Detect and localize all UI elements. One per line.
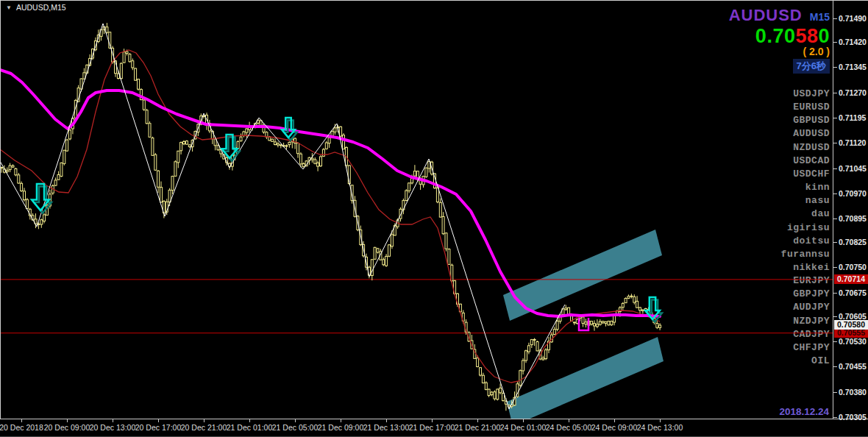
candle-body (388, 245, 391, 257)
time-tick (249, 419, 250, 422)
time-tick-label: 20 Dec 21:00 (181, 423, 227, 432)
candle-body (138, 79, 140, 90)
price-tick (833, 316, 837, 317)
title-timeframe: M15 (810, 11, 830, 23)
triangle-down-icon[interactable]: ▼ (6, 4, 12, 11)
candle-body (40, 220, 43, 224)
price-tick (833, 417, 837, 418)
candle-body (180, 143, 182, 151)
trend-channel-band[interactable] (507, 337, 664, 419)
candle-body (519, 371, 522, 386)
candle-body (599, 321, 601, 324)
time-tick (113, 419, 113, 422)
candle-body (246, 129, 248, 132)
candle-body (477, 358, 479, 367)
price-tick (833, 67, 837, 68)
chart-date-label: 2018.12.24 (779, 406, 829, 417)
candle-body (502, 394, 505, 401)
time-tick (295, 419, 296, 422)
candle-body (442, 216, 444, 233)
candle-body (585, 322, 587, 324)
candle-body (445, 233, 447, 249)
price-tick (833, 242, 837, 243)
candle-body (132, 61, 134, 68)
candle-body (553, 330, 555, 335)
candle-body (630, 296, 633, 296)
candle-body (152, 138, 154, 156)
price-tick (833, 93, 837, 93)
candle-body (605, 321, 607, 323)
candle-body (613, 316, 616, 322)
price-part-left: 0.70 (755, 25, 796, 47)
candle-body (54, 180, 57, 185)
time-tick (477, 419, 478, 422)
candle-body (129, 54, 131, 62)
price-tick-label: 0.70305 (839, 413, 867, 422)
candle-body (525, 351, 527, 360)
candle-body (527, 346, 530, 352)
price-tick (833, 42, 837, 43)
time-tick (569, 419, 569, 422)
price-tick (833, 168, 837, 169)
price-tick (833, 218, 837, 219)
candle-body (639, 308, 641, 310)
candle-body (611, 321, 613, 325)
time-tick (614, 419, 615, 422)
candle-body (240, 137, 242, 141)
time-tick (523, 419, 524, 422)
price-tick-label: 0.70530 (839, 337, 867, 346)
price-tick (833, 193, 837, 194)
candle-body (183, 141, 185, 143)
price-axis-line (833, 0, 833, 419)
price-tick-label: 0.70895 (839, 214, 867, 223)
price-tick-label: 0.70970 (839, 189, 867, 198)
candle-body (522, 360, 524, 371)
chart-symbol-dropdown[interactable]: ▼AUDUSD,M15 (6, 3, 66, 12)
price-tick-label: 0.71045 (839, 164, 867, 173)
candle-body (659, 325, 661, 327)
time-tick-label: 24 Dec 01:00 (500, 423, 546, 432)
candle-body (480, 368, 482, 375)
candle-body (171, 177, 174, 191)
candle-body (188, 145, 191, 147)
price-part-mid: 58 (795, 25, 818, 47)
time-tick-label: 20 Dec 13:00 (90, 423, 135, 432)
chart-canvas[interactable] (0, 0, 833, 419)
candle-body (126, 51, 128, 53)
candle-body (436, 188, 438, 202)
candle-body (491, 392, 493, 395)
price-tick (833, 293, 837, 294)
candle-body (485, 383, 487, 389)
candle-body (343, 135, 345, 149)
candle-body (177, 151, 179, 163)
time-tick-label: 20 Dec 17:00 (135, 423, 181, 432)
candle-body (499, 388, 502, 392)
candle-body (622, 303, 624, 307)
candle-body (533, 339, 536, 340)
candle-body (582, 317, 584, 324)
time-tick (67, 419, 68, 422)
price-tick (833, 267, 837, 268)
candle-body (591, 321, 593, 324)
candle-wicks (1, 23, 660, 411)
candle-body (633, 296, 636, 302)
time-tick-label: 21 Dec 17:00 (409, 423, 455, 432)
price-tick-label: 0.71270 (839, 88, 867, 97)
candle-body (405, 191, 408, 200)
time-tick-label: 24 Dec 13:00 (637, 423, 683, 432)
candle-body (168, 190, 171, 202)
candle-body (391, 235, 393, 246)
time-tick-label: 21 Dec 09:00 (318, 423, 363, 432)
candle-body (656, 324, 658, 328)
candle-body (374, 247, 376, 259)
candle-body (26, 199, 28, 208)
time-tick (660, 419, 661, 422)
candle-body (494, 392, 496, 399)
candle-body (157, 171, 160, 187)
candle-body (328, 138, 330, 143)
candle-body (185, 141, 188, 145)
candle-body (596, 324, 598, 327)
price-tick (833, 366, 837, 367)
candle-body (302, 164, 305, 167)
candle-body (488, 389, 490, 395)
